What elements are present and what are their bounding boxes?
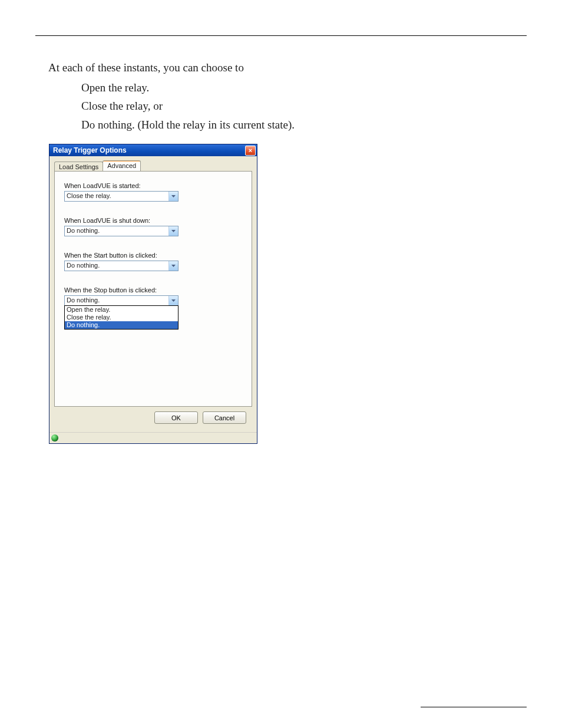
titlebar[interactable]: Relay Trigger Options × bbox=[49, 144, 257, 156]
combo-start-button-value: Do nothing. bbox=[65, 261, 168, 271]
page-rule-top bbox=[35, 35, 527, 36]
field-stop-button: When the Stop button is clicked: Do noth… bbox=[64, 286, 242, 330]
chevron-down-icon bbox=[168, 296, 178, 305]
combo-stop-button-value: Do nothing. bbox=[65, 296, 168, 305]
chevron-down-icon bbox=[168, 261, 178, 271]
relay-trigger-options-dialog: Relay Trigger Options × Load Settings Ad… bbox=[49, 144, 257, 444]
close-button[interactable]: × bbox=[245, 146, 256, 156]
svg-marker-0 bbox=[171, 195, 176, 197]
option-close: Close the relay, or bbox=[81, 98, 527, 114]
combo-started-value: Close the relay. bbox=[65, 192, 168, 201]
tab-load-settings[interactable]: Load Settings bbox=[54, 162, 103, 171]
statusbar bbox=[49, 432, 257, 443]
option-open-relay[interactable]: Open the relay. bbox=[65, 306, 178, 314]
svg-marker-3 bbox=[171, 299, 176, 302]
ok-button[interactable]: OK bbox=[154, 411, 198, 424]
option-nothing: Do nothing. (Hold the relay in its curre… bbox=[81, 117, 527, 133]
field-start-button: When the Start button is clicked: Do not… bbox=[64, 252, 242, 271]
options-list: Open the relay. Close the relay, or Do n… bbox=[48, 80, 527, 133]
combo-started[interactable]: Close the relay. bbox=[64, 191, 178, 202]
combo-stop-button-listbox[interactable]: Open the relay. Close the relay. Do noth… bbox=[64, 305, 178, 330]
option-close-relay[interactable]: Close the relay. bbox=[65, 314, 178, 321]
combo-shutdown[interactable]: Do nothing. bbox=[64, 226, 178, 236]
footer-rule bbox=[421, 707, 527, 707]
svg-marker-2 bbox=[171, 265, 176, 267]
close-icon: × bbox=[249, 147, 252, 154]
status-orb-icon bbox=[51, 434, 58, 442]
svg-marker-1 bbox=[171, 230, 176, 232]
combo-stop-button[interactable]: Do nothing. bbox=[64, 295, 178, 306]
dialog-title: Relay Trigger Options bbox=[53, 146, 127, 154]
field-started: When LoadVUE is started: Close the relay… bbox=[64, 182, 242, 202]
option-do-nothing[interactable]: Do nothing. bbox=[65, 321, 178, 329]
intro-text: At each of these instants, you can choos… bbox=[48, 60, 527, 76]
label-shutdown: When LoadVUE is shut down: bbox=[64, 217, 242, 224]
tab-panel-advanced: When LoadVUE is started: Close the relay… bbox=[54, 171, 252, 407]
combo-start-button[interactable]: Do nothing. bbox=[64, 261, 178, 271]
tab-advanced-label: Advanced bbox=[107, 162, 136, 169]
dialog-footer: OK Cancel bbox=[54, 407, 252, 427]
tab-advanced[interactable]: Advanced bbox=[103, 160, 141, 171]
field-shutdown: When LoadVUE is shut down: Do nothing. bbox=[64, 217, 242, 236]
cancel-button[interactable]: Cancel bbox=[203, 411, 246, 424]
tabs: Load Settings Advanced bbox=[54, 160, 252, 171]
chevron-down-icon bbox=[168, 226, 178, 236]
label-stop-button: When the Stop button is clicked: bbox=[64, 286, 242, 294]
label-started: When LoadVUE is started: bbox=[64, 182, 242, 189]
label-start-button: When the Start button is clicked: bbox=[64, 252, 242, 259]
combo-shutdown-value: Do nothing. bbox=[65, 226, 168, 236]
tab-load-settings-label: Load Settings bbox=[59, 163, 98, 170]
option-open: Open the relay. bbox=[81, 80, 527, 96]
chevron-down-icon bbox=[168, 192, 178, 201]
